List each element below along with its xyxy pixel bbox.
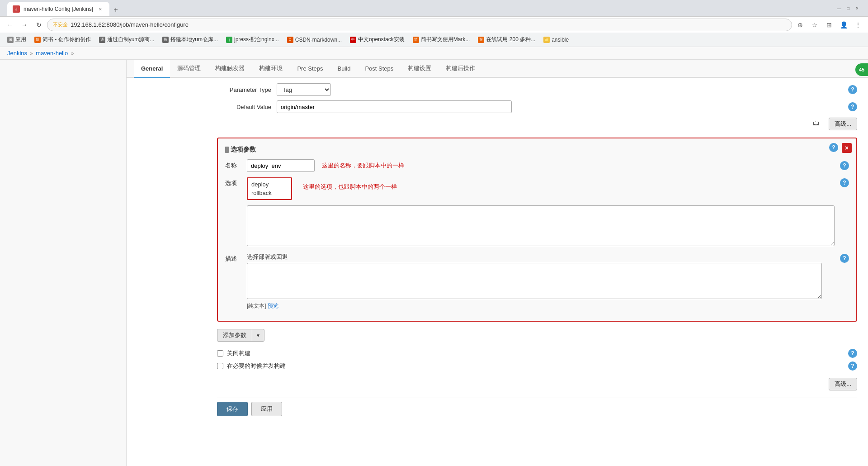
bookmark-jpress-label: jpress-配合nginx... [234, 36, 279, 43]
options-item-deploy[interactable]: deploy [250, 180, 289, 189]
advanced-bottom-button[interactable]: 高级... [829, 378, 857, 390]
bookmark-online[interactable]: 在 在线试用 200 多种... [474, 34, 539, 45]
param-name-row: 名称 这里的名称，要跟脚本中的一样 ? [225, 159, 849, 172]
parameter-type-row: Parameter Type Tag ? [217, 83, 857, 96]
bookmark-jpress[interactable]: j jpress-配合nginx... [222, 34, 283, 45]
tab-build-env[interactable]: 构建环境 [252, 60, 290, 78]
bookmark-openstack[interactable]: 中 中文openstack安装 [346, 34, 408, 45]
param-options-textarea[interactable] [247, 205, 835, 246]
add-params-arrow: ▼ [252, 329, 264, 341]
param-panel-header: 选项参数 [225, 146, 849, 154]
panel-help-icon[interactable]: ? [829, 143, 838, 152]
param-name-help-icon[interactable]: ? [840, 161, 849, 170]
security-label: 不安全 [53, 21, 68, 28]
forward-button[interactable]: → [18, 19, 31, 31]
breadcrumb-sep2: » [71, 50, 74, 57]
right-indicator: 45 [855, 63, 868, 76]
bookmark-yum1[interactable]: 通 通过自制yum源商... [95, 34, 158, 45]
default-value-input[interactable]: origin/master [277, 100, 512, 113]
bookmarks-bar: ⊞ 应用 简 简书 - 创作你的创作 通 通过自制yum源商... 搭 搭建本地… [0, 33, 868, 47]
tab-source[interactable]: 源码管理 [170, 60, 208, 78]
config-tabs: General 源码管理 构建触发器 构建环境 Pre Steps Build … [127, 60, 868, 78]
checkbox-concurrent-build-row: 在必要的时候并发构建 ? [217, 361, 857, 371]
tab-general[interactable]: General [134, 60, 170, 78]
bookmark-jianshu-label: 简书 - 创作你的创作 [42, 36, 91, 43]
jenkins-page: General 源码管理 构建触发器 构建环境 Pre Steps Build … [0, 60, 868, 466]
concurrent-build-help-icon[interactable]: ? [848, 361, 857, 371]
refresh-button[interactable]: ↻ [33, 19, 45, 31]
bookmark-openstack-label: 中文openstack安装 [358, 36, 405, 43]
param-desc-label: 描述 [225, 253, 243, 263]
param-panel: 选项参数 × ? 名称 这里的名称，要跟脚本中的一样 ? [217, 138, 857, 322]
desc-footer-text: [纯文本] [247, 303, 266, 309]
tab-build-settings[interactable]: 构建设置 [401, 60, 439, 78]
disable-build-label: 关闭构建 [227, 349, 250, 357]
back-button[interactable]: ← [4, 19, 16, 31]
param-name-annotation: 这里的名称，要跟脚本中的一样 [322, 162, 404, 170]
browser-tab[interactable]: J maven-hello Config [Jenkins] × [7, 2, 109, 16]
new-tab-button[interactable]: + [109, 4, 122, 16]
bookmark-icon[interactable]: ☆ [808, 19, 821, 31]
url-bar[interactable]: 不安全 192.168.1.62:8080/job/maven-hello/co… [47, 19, 792, 31]
title-bar: J maven-hello Config [Jenkins] × + — □ × [0, 0, 868, 16]
bookmark-yum2[interactable]: 搭 搭建本地yum仓库... [159, 34, 222, 45]
disable-build-checkbox[interactable] [217, 350, 223, 357]
jenkins-main: General 源码管理 构建触发器 构建环境 Pre Steps Build … [127, 60, 868, 466]
window-controls: — □ × [835, 5, 861, 12]
bookmark-jianshu2[interactable]: 简 简书写文使用Mark... [409, 34, 474, 45]
param-desc-textarea[interactable] [247, 263, 822, 299]
desc-preview-link[interactable]: 预览 [268, 303, 278, 309]
save-button[interactable]: 保存 [217, 402, 248, 416]
breadcrumb-project[interactable]: maven-hello [36, 50, 68, 57]
minimize-button[interactable]: — [835, 5, 843, 12]
parameter-type-help-icon[interactable]: ? [848, 85, 857, 94]
advanced-bottom-row: 高级... [217, 378, 857, 390]
add-params-button[interactable]: 添加参数 ▼ [217, 329, 264, 342]
param-desc-help-icon[interactable]: ? [840, 254, 849, 263]
extensions-icon[interactable]: ⊞ [823, 19, 835, 31]
disable-build-help-icon[interactable]: ? [848, 349, 857, 358]
tab-build[interactable]: Build [330, 60, 358, 78]
bookmark-apps[interactable]: ⊞ 应用 [4, 34, 30, 45]
tab-pre-steps[interactable]: Pre Steps [290, 60, 330, 78]
options-item-rollback[interactable]: rollback [250, 189, 289, 197]
parameter-type-label: Parameter Type [217, 86, 271, 93]
bookmark-ansible[interactable]: 📁 ansible [540, 35, 572, 45]
translate-icon[interactable]: ⊕ [794, 19, 807, 31]
param-panel-title: 选项参数 [231, 146, 256, 154]
advanced-top-row: 🗂 高级... [217, 118, 857, 130]
settings-icon: 🗂 [812, 119, 825, 129]
param-options-label: 选项 [225, 177, 243, 187]
param-desc-row: 描述 选择部署或回退 [纯文本] 预览 ? [225, 253, 849, 310]
advanced-top-button[interactable]: 高级... [829, 118, 857, 130]
param-options-row: 选项 deploy rollback 这里的选项，也跟脚本中的两个一样 ? [225, 177, 849, 200]
bookmark-csdn[interactable]: C CSDN-markdown... [283, 35, 345, 45]
default-value-help-icon[interactable]: ? [848, 102, 857, 111]
tab-post-build[interactable]: 构建后操作 [439, 60, 482, 78]
ansible-icon: 📁 [543, 37, 550, 43]
yum1-icon: 通 [99, 37, 105, 43]
param-name-input[interactable] [247, 159, 315, 172]
menu-icon[interactable]: ⋮ [852, 19, 864, 31]
param-options-annotation: 这里的选项，也跟脚本中的两个一样 [303, 177, 397, 191]
breadcrumb-jenkins[interactable]: Jenkins [7, 50, 27, 57]
close-button[interactable]: × [854, 5, 861, 12]
default-value-row: Default Value origin/master ? [217, 100, 857, 113]
param-options-help-icon[interactable]: ? [840, 178, 849, 187]
bookmark-csdn-label: CSDN-markdown... [295, 37, 342, 43]
tab-post-steps[interactable]: Post Steps [358, 60, 401, 78]
param-options-listbox: deploy rollback [247, 177, 292, 200]
tab-triggers[interactable]: 构建触发器 [208, 60, 252, 78]
parameter-type-select[interactable]: Tag [277, 83, 331, 96]
jianshu-icon: 简 [34, 37, 41, 43]
bookmark-online-label: 在线试用 200 多种... [486, 36, 535, 43]
config-form: Parameter Type Tag ? Default Value origi… [127, 78, 868, 425]
concurrent-build-checkbox[interactable] [217, 363, 223, 369]
profile-icon[interactable]: 👤 [837, 19, 850, 31]
maximize-button[interactable]: □ [844, 5, 852, 12]
bookmark-jianshu[interactable]: 简 简书 - 创作你的创作 [31, 34, 94, 45]
close-panel-button[interactable]: × [842, 143, 852, 153]
apply-button[interactable]: 应用 [251, 402, 282, 416]
tab-close-button[interactable]: × [97, 5, 104, 13]
csdn-icon: C [287, 37, 293, 43]
